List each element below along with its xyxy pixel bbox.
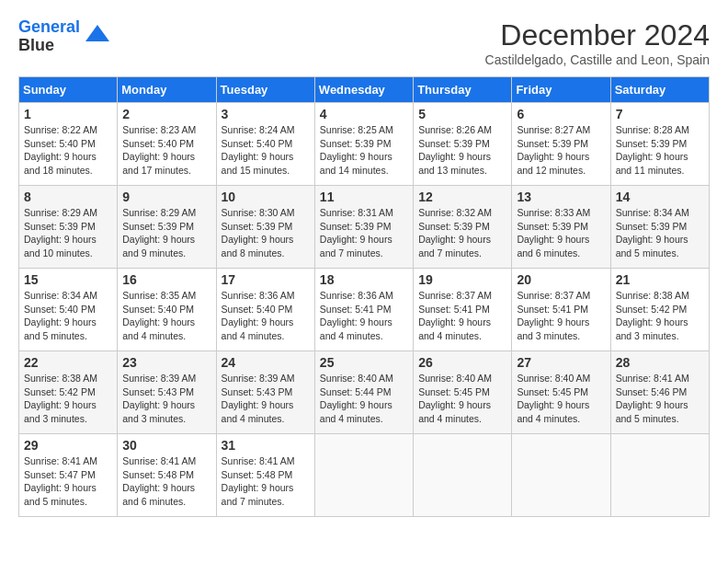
day-info: Sunrise: 8:26 AM Sunset: 5:39 PM Dayligh… xyxy=(418,123,506,178)
day-number: 11 xyxy=(320,190,408,204)
logo-icon xyxy=(84,23,111,51)
day-number: 14 xyxy=(616,190,704,204)
calendar-cell: 10 Sunrise: 8:30 AM Sunset: 5:39 PM Dayl… xyxy=(216,186,314,269)
title-block: December 2024 Castildelgado, Castille an… xyxy=(485,18,710,67)
weekday-header: Wednesday xyxy=(314,77,413,103)
day-info: Sunrise: 8:40 AM Sunset: 5:44 PM Dayligh… xyxy=(320,372,408,426)
day-number: 22 xyxy=(24,355,112,370)
day-number: 27 xyxy=(517,355,605,370)
day-number: 29 xyxy=(24,438,112,453)
calendar-cell: 22 Sunrise: 8:38 AM Sunset: 5:42 PM Dayl… xyxy=(19,351,118,434)
day-info: Sunrise: 8:37 AM Sunset: 5:41 PM Dayligh… xyxy=(517,289,605,343)
day-info: Sunrise: 8:40 AM Sunset: 5:45 PM Dayligh… xyxy=(517,372,605,426)
day-info: Sunrise: 8:32 AM Sunset: 5:39 PM Dayligh… xyxy=(418,206,506,260)
day-number: 13 xyxy=(517,190,605,204)
day-number: 6 xyxy=(517,107,605,121)
weekday-header: Thursday xyxy=(414,77,512,103)
day-number: 16 xyxy=(122,272,210,287)
calendar-week-row: 1 Sunrise: 8:22 AM Sunset: 5:40 PM Dayli… xyxy=(19,103,710,186)
day-number: 26 xyxy=(418,355,506,370)
calendar-cell: 27 Sunrise: 8:40 AM Sunset: 5:45 PM Dayl… xyxy=(512,351,610,434)
calendar-cell: 16 Sunrise: 8:35 AM Sunset: 5:40 PM Dayl… xyxy=(118,269,216,351)
day-info: Sunrise: 8:22 AM Sunset: 5:40 PM Dayligh… xyxy=(24,123,112,178)
calendar-cell: 5 Sunrise: 8:26 AM Sunset: 5:39 PM Dayli… xyxy=(414,103,512,186)
day-info: Sunrise: 8:37 AM Sunset: 5:41 PM Dayligh… xyxy=(418,289,506,343)
day-number: 15 xyxy=(24,272,112,287)
calendar-header-row: SundayMondayTuesdayWednesdayThursdayFrid… xyxy=(19,77,710,103)
day-number: 5 xyxy=(418,107,506,121)
calendar-cell: 12 Sunrise: 8:32 AM Sunset: 5:39 PM Dayl… xyxy=(414,186,512,269)
day-number: 3 xyxy=(222,107,310,121)
day-number: 2 xyxy=(122,107,210,121)
day-info: Sunrise: 8:24 AM Sunset: 5:40 PM Dayligh… xyxy=(222,123,310,178)
day-number: 24 xyxy=(222,355,310,370)
day-info: Sunrise: 8:30 AM Sunset: 5:39 PM Dayligh… xyxy=(222,206,310,260)
day-info: Sunrise: 8:38 AM Sunset: 5:42 PM Dayligh… xyxy=(616,289,704,343)
calendar-cell: 29 Sunrise: 8:41 AM Sunset: 5:47 PM Dayl… xyxy=(19,434,118,517)
calendar-cell: 2 Sunrise: 8:23 AM Sunset: 5:40 PM Dayli… xyxy=(118,103,216,186)
calendar-cell: 26 Sunrise: 8:40 AM Sunset: 5:45 PM Dayl… xyxy=(414,351,512,434)
day-info: Sunrise: 8:40 AM Sunset: 5:45 PM Dayligh… xyxy=(418,372,506,426)
day-number: 21 xyxy=(616,272,704,287)
day-number: 17 xyxy=(222,272,310,287)
calendar-cell: 18 Sunrise: 8:36 AM Sunset: 5:41 PM Dayl… xyxy=(314,269,413,351)
page-header: GeneralBlue December 2024 Castildelgado,… xyxy=(18,18,710,67)
day-number: 23 xyxy=(122,355,210,370)
day-info: Sunrise: 8:39 AM Sunset: 5:43 PM Dayligh… xyxy=(122,372,210,426)
day-number: 10 xyxy=(222,190,310,204)
calendar-cell: 17 Sunrise: 8:36 AM Sunset: 5:40 PM Dayl… xyxy=(216,269,314,351)
calendar-cell xyxy=(314,434,413,517)
day-number: 4 xyxy=(320,107,408,121)
calendar-week-row: 29 Sunrise: 8:41 AM Sunset: 5:47 PM Dayl… xyxy=(19,434,710,517)
calendar-cell: 13 Sunrise: 8:33 AM Sunset: 5:39 PM Dayl… xyxy=(512,186,610,269)
day-number: 28 xyxy=(616,355,704,370)
day-info: Sunrise: 8:25 AM Sunset: 5:39 PM Dayligh… xyxy=(320,123,408,178)
day-info: Sunrise: 8:38 AM Sunset: 5:42 PM Dayligh… xyxy=(24,372,112,426)
weekday-header: Monday xyxy=(118,77,216,103)
day-info: Sunrise: 8:34 AM Sunset: 5:40 PM Dayligh… xyxy=(24,289,112,343)
day-info: Sunrise: 8:34 AM Sunset: 5:39 PM Dayligh… xyxy=(616,206,704,260)
calendar-week-row: 22 Sunrise: 8:38 AM Sunset: 5:42 PM Dayl… xyxy=(19,351,710,434)
location: Castildelgado, Castille and Leon, Spain xyxy=(485,52,710,67)
calendar-cell: 3 Sunrise: 8:24 AM Sunset: 5:40 PM Dayli… xyxy=(216,103,314,186)
day-number: 30 xyxy=(122,438,210,453)
calendar-cell: 23 Sunrise: 8:39 AM Sunset: 5:43 PM Dayl… xyxy=(118,351,216,434)
calendar-cell: 20 Sunrise: 8:37 AM Sunset: 5:41 PM Dayl… xyxy=(512,269,610,351)
calendar-cell: 25 Sunrise: 8:40 AM Sunset: 5:44 PM Dayl… xyxy=(314,351,413,434)
day-number: 12 xyxy=(418,190,506,204)
calendar-cell: 30 Sunrise: 8:41 AM Sunset: 5:48 PM Dayl… xyxy=(118,434,216,517)
day-info: Sunrise: 8:36 AM Sunset: 5:41 PM Dayligh… xyxy=(320,289,408,343)
day-info: Sunrise: 8:23 AM Sunset: 5:40 PM Dayligh… xyxy=(122,123,210,178)
calendar-cell: 1 Sunrise: 8:22 AM Sunset: 5:40 PM Dayli… xyxy=(19,103,118,186)
day-info: Sunrise: 8:33 AM Sunset: 5:39 PM Dayligh… xyxy=(517,206,605,260)
calendar-table: SundayMondayTuesdayWednesdayThursdayFrid… xyxy=(18,76,710,517)
weekday-header: Saturday xyxy=(610,77,709,103)
calendar-cell: 24 Sunrise: 8:39 AM Sunset: 5:43 PM Dayl… xyxy=(216,351,314,434)
day-info: Sunrise: 8:28 AM Sunset: 5:39 PM Dayligh… xyxy=(616,123,704,178)
calendar-cell: 21 Sunrise: 8:38 AM Sunset: 5:42 PM Dayl… xyxy=(610,269,709,351)
calendar-cell: 15 Sunrise: 8:34 AM Sunset: 5:40 PM Dayl… xyxy=(19,269,118,351)
calendar-cell: 4 Sunrise: 8:25 AM Sunset: 5:39 PM Dayli… xyxy=(314,103,413,186)
calendar-cell: 6 Sunrise: 8:27 AM Sunset: 5:39 PM Dayli… xyxy=(512,103,610,186)
weekday-header: Tuesday xyxy=(216,77,314,103)
day-info: Sunrise: 8:41 AM Sunset: 5:46 PM Dayligh… xyxy=(616,372,704,426)
weekday-header: Sunday xyxy=(19,77,118,103)
calendar-cell: 19 Sunrise: 8:37 AM Sunset: 5:41 PM Dayl… xyxy=(414,269,512,351)
calendar-cell: 28 Sunrise: 8:41 AM Sunset: 5:46 PM Dayl… xyxy=(610,351,709,434)
calendar-cell xyxy=(414,434,512,517)
calendar-cell xyxy=(610,434,709,517)
calendar-cell: 14 Sunrise: 8:34 AM Sunset: 5:39 PM Dayl… xyxy=(610,186,709,269)
day-info: Sunrise: 8:27 AM Sunset: 5:39 PM Dayligh… xyxy=(517,123,605,178)
day-number: 19 xyxy=(418,272,506,287)
day-number: 20 xyxy=(517,272,605,287)
calendar-week-row: 15 Sunrise: 8:34 AM Sunset: 5:40 PM Dayl… xyxy=(19,269,710,351)
weekday-header: Friday xyxy=(512,77,610,103)
day-number: 1 xyxy=(24,107,112,121)
calendar-cell: 31 Sunrise: 8:41 AM Sunset: 5:48 PM Dayl… xyxy=(216,434,314,517)
day-number: 31 xyxy=(222,438,310,453)
day-number: 8 xyxy=(24,190,112,204)
logo: GeneralBlue xyxy=(18,18,111,55)
svg-marker-0 xyxy=(85,25,109,41)
month-title: December 2024 xyxy=(485,18,710,52)
calendar-cell: 11 Sunrise: 8:31 AM Sunset: 5:39 PM Dayl… xyxy=(314,186,413,269)
